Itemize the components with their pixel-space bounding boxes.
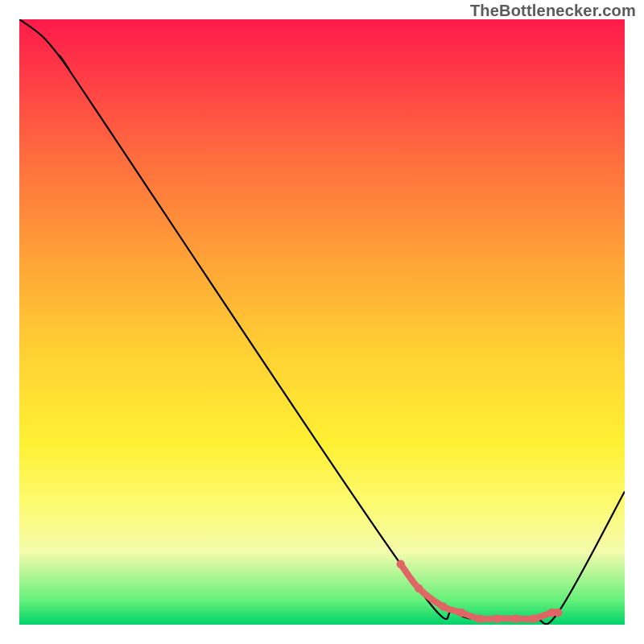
gradient-plot-background [19,19,625,625]
attribution-watermark: TheBottlenecker.com [470,2,636,20]
